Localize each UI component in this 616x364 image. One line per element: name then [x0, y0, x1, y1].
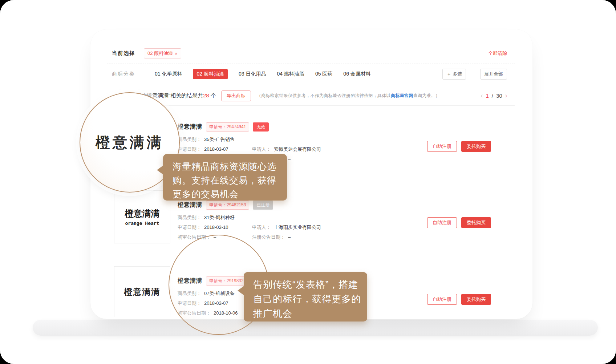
results-unit: 个: [209, 92, 216, 98]
entrust-purchase-button[interactable]: 委托购买: [461, 294, 491, 305]
screenshot-canvas: 当前选择 02 颜料油漆 × 全部清除 商标分类 01 化学原料 02 颜料油漆…: [0, 0, 616, 364]
tooltip-line: 告别传统“发表格”，搭建: [253, 277, 367, 292]
current-selection-row: 当前选择 02 颜料油漆 × 全部清除: [107, 43, 515, 64]
application-number-badge: 申请号：29482153: [206, 201, 249, 210]
application-number-badge: 申请号：29474941: [206, 122, 249, 132]
apply-date-label: 申请日期：: [178, 224, 201, 231]
page-prev-icon[interactable]: ‹: [481, 92, 483, 100]
category-item-03[interactable]: 03 日化用品: [239, 71, 266, 77]
page-next-icon[interactable]: ›: [505, 92, 507, 100]
selected-filter-tag[interactable]: 02 颜料油漆 ×: [144, 48, 181, 58]
category-field-value: 31类-饲料种籽: [204, 214, 235, 221]
page-total: 30: [496, 93, 502, 99]
applicant-value: 安徽美达会展有限公司: [274, 146, 321, 153]
category-item-06[interactable]: 06 金属材料: [343, 71, 370, 77]
reg-publication-value: –: [288, 156, 291, 162]
page-separator: /: [492, 93, 493, 99]
laptop-base: [33, 320, 598, 336]
page-current: 1: [486, 93, 489, 99]
tooltip-promotion: 告别传统“发表格”，搭建 自己的标行，获得更多的 推广机会: [244, 272, 367, 321]
apply-date-value: 2018-02-10: [204, 224, 228, 231]
reg-publication-label: 注册公告日期：: [252, 234, 285, 240]
clear-all-link[interactable]: 全部清除: [488, 50, 507, 57]
apply-date-value: 2018-03-07: [204, 146, 228, 153]
expand-all-button[interactable]: 展开全部: [480, 69, 507, 80]
applicant-label: 申请人：: [252, 146, 271, 153]
applicant-label: 申请人：: [252, 224, 271, 231]
self-register-button[interactable]: 自助注册: [427, 141, 457, 152]
magnified-trademark-text: 橙意满满: [96, 133, 164, 153]
trademark-name: 橙意满满: [178, 201, 202, 209]
category-item-02-selected[interactable]: 02 颜料油漆: [193, 69, 227, 79]
trademark-text: 橙意满满: [124, 286, 161, 298]
export-trademark-button[interactable]: 导出商标: [221, 90, 251, 101]
trademark-office-link[interactable]: 商标局官网: [391, 93, 413, 98]
disclaimer-prefix: （商标检索结果仅供参考，不作为商标能否注册的法律依据；具体以: [257, 93, 391, 98]
reg-publication-value: –: [288, 234, 291, 240]
trademark-image-2: 橙意满满 orange Heart: [114, 190, 170, 243]
trademark-text: 橙意满满: [125, 208, 160, 219]
tooltip-marketplace: 海量精品商标资源随心选 购。支持在线交易，获得 更多的交易机会: [163, 154, 287, 201]
selected-filter-tag-label: 02 颜料油漆: [147, 50, 173, 57]
results-header: 检索到“橙意满满”相关的结果共28 个 导出商标 （商标检索结果仅供参考，不作为…: [107, 86, 515, 106]
trademark-name: 橙意满满: [178, 123, 202, 131]
status-badge-registered: 已注册: [253, 201, 273, 210]
results-count: 28: [203, 92, 209, 98]
multi-select-button[interactable]: ＋ 多选: [442, 69, 466, 80]
row-actions: 自助注册 委托购买: [427, 294, 491, 305]
row-actions: 自助注册 委托购买: [427, 217, 491, 228]
results-disclaimer: （商标检索结果仅供参考，不作为商标能否注册的法律依据；具体以商标局官网查询为准。…: [257, 93, 440, 99]
disclaimer-suffix: 查询为准。）: [413, 93, 440, 98]
tooltip-arrow-left-icon: [157, 165, 163, 175]
current-selection-label: 当前选择: [112, 50, 135, 57]
entrust-purchase-button[interactable]: 委托购买: [461, 141, 491, 152]
category-row: 商标分类 01 化学原料 02 颜料油漆 03 日化用品 04 燃料油脂 05 …: [107, 64, 515, 84]
category-item-05[interactable]: 05 医药: [315, 71, 332, 77]
apply-date-label: 申请日期：: [178, 146, 201, 153]
category-field-label: 商品类别：: [178, 136, 201, 143]
tooltip-line: 海量精品商标资源随心选: [173, 159, 287, 173]
self-register-button[interactable]: 自助注册: [427, 294, 457, 305]
entrust-purchase-button[interactable]: 委托购买: [461, 217, 491, 228]
status-badge-invalid: 无效: [253, 122, 269, 132]
category-item-04[interactable]: 04 燃料油脂: [277, 71, 304, 77]
tooltip-arrow-left-icon: [238, 286, 244, 295]
trademark-image-3: 橙意满满: [114, 266, 170, 317]
remove-tag-icon[interactable]: ×: [175, 51, 178, 56]
category-item-01[interactable]: 01 化学原料: [155, 71, 182, 77]
pagination: ‹ 1 / 30 ›: [473, 86, 515, 105]
applicant-value: 上海雨步实业有限公司: [274, 224, 321, 231]
row-actions: 自助注册 委托购买: [427, 141, 491, 152]
category-field-value: 35类-广告销售: [204, 136, 235, 143]
filter-card: 当前选择 02 颜料油漆 × 全部清除 商标分类 01 化学原料 02 颜料油漆…: [107, 43, 515, 85]
category-label: 商标分类: [112, 71, 135, 77]
tooltip-line: 购。支持在线交易，获得: [173, 173, 287, 187]
tooltip-line: 推广机会: [253, 306, 367, 321]
category-field-label: 商品类别：: [178, 214, 201, 221]
self-register-button[interactable]: 自助注册: [427, 217, 457, 228]
tooltip-line: 更多的交易机会: [173, 187, 287, 201]
trademark-subtext: orange Heart: [125, 221, 159, 226]
tooltip-line: 自己的标行，获得更多的: [253, 292, 367, 306]
